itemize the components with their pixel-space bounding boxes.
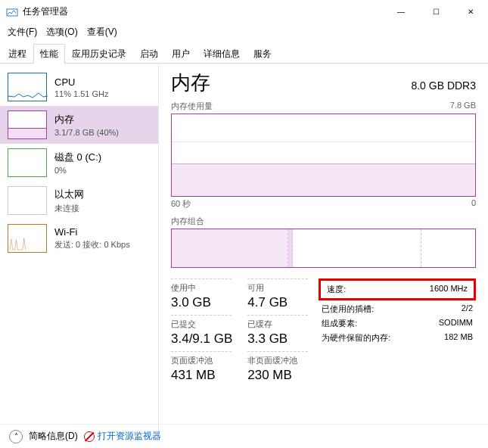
disk-title: 磁盘 0 (C:): [54, 151, 101, 164]
app-icon: [6, 5, 18, 17]
commit-val: 3.4/9.1 GB: [171, 331, 232, 347]
mem-thumb: [8, 110, 47, 139]
resmon-label: 打开资源监视器: [98, 430, 161, 443]
cpu-title: CPU: [54, 76, 109, 88]
sidebar-item-ethernet[interactable]: 以太网 未连接: [0, 182, 158, 219]
memory-usage-chart: [171, 114, 476, 197]
detail-heading: 内存: [171, 70, 210, 96]
sidebar-item-cpu[interactable]: CPU 11% 1.51 GHz: [0, 68, 158, 106]
tab-processes[interactable]: 进程: [2, 44, 33, 64]
x-left: 60 秒: [171, 198, 191, 210]
tab-services[interactable]: 服务: [247, 44, 278, 64]
disk-thumb: [8, 148, 47, 177]
form-val: SODIMM: [439, 318, 473, 329]
menu-options[interactable]: 选项(O): [43, 24, 80, 40]
slots-val: 2/2: [462, 303, 473, 315]
form-lbl: 组成要素:: [322, 318, 357, 329]
paged-lbl: 页面缓冲池: [171, 351, 232, 366]
usage-max: 7.8 GB: [450, 101, 476, 112]
eth-sub: 未连接: [54, 203, 84, 214]
tab-details[interactable]: 详细信息: [197, 44, 247, 64]
resmon-icon: [84, 431, 95, 442]
menu-file[interactable]: 文件(F): [5, 24, 40, 40]
fewer-details-chevron-icon[interactable]: ˄: [9, 430, 23, 443]
tab-performance[interactable]: 性能: [33, 44, 65, 64]
eth-title: 以太网: [54, 188, 84, 201]
detail-pane: 内存 8.0 GB DDR3 内存使用量 7.8 GB 60 秒 0 内存组合: [159, 64, 488, 436]
speed-highlight: 速度:1600 MHz: [319, 278, 476, 300]
menubar: 文件(F) 选项(O) 查看(V): [0, 23, 488, 43]
wifi-title: Wi-Fi: [54, 226, 130, 238]
open-resmon-link[interactable]: 打开资源监视器: [84, 430, 161, 443]
reserved-val: 182 MB: [444, 332, 473, 344]
sidebar-item-disk[interactable]: 磁盘 0 (C:) 0%: [0, 144, 158, 182]
sidebar-item-wifi[interactable]: Wi-Fi 发送: 0 接收: 0 Kbps: [0, 219, 158, 257]
tab-users[interactable]: 用户: [165, 44, 197, 64]
speed-val: 1600 MHz: [430, 284, 468, 295]
footer: ˄ 简略信息(D) 打开资源监视器: [0, 424, 488, 448]
avail-val: 4.7 GB: [247, 295, 308, 310]
main: CPU 11% 1.51 GHz 内存 3.1/7.8 GB (40%) 磁盘 …: [0, 64, 488, 436]
reserved-lbl: 为硬件保留的内存:: [322, 332, 390, 344]
wifi-thumb: [8, 224, 47, 253]
close-button[interactable]: ✕: [453, 0, 488, 23]
svg-rect-1: [172, 164, 475, 196]
memory-composition-chart: [171, 229, 476, 268]
cpu-thumb: [8, 73, 47, 101]
comp-label: 内存组合: [171, 216, 204, 227]
tab-app-history[interactable]: 应用历史记录: [65, 44, 133, 64]
detail-capacity: 8.0 GB DDR3: [411, 79, 476, 92]
nonpaged-val: 230 MB: [247, 368, 308, 383]
wifi-sub: 发送: 0 接收: 0 Kbps: [54, 239, 130, 250]
nonpaged-lbl: 非页面缓冲池: [247, 351, 308, 366]
disk-sub: 0%: [54, 166, 101, 175]
minimize-button[interactable]: —: [384, 0, 418, 23]
paged-val: 431 MB: [171, 368, 232, 383]
commit-lbl: 已提交: [171, 315, 232, 330]
window-title: 任务管理器: [23, 5, 68, 18]
cached-val: 3.3 GB: [247, 331, 308, 347]
tab-startup[interactable]: 启动: [133, 44, 165, 64]
menu-view[interactable]: 查看(V): [84, 24, 120, 40]
stats: 使用中3.0 GB 可用4.7 GB 已提交3.4/9.1 GB 已缓存3.3 …: [171, 278, 476, 383]
cached-lbl: 已缓存: [247, 315, 308, 330]
usage-label: 内存使用量: [171, 101, 213, 112]
x-right: 0: [471, 198, 476, 210]
eth-thumb: [8, 186, 47, 215]
speed-lbl: 速度:: [327, 284, 346, 295]
in-use-val: 3.0 GB: [171, 295, 232, 310]
slots-lbl: 已使用的插槽:: [322, 303, 374, 315]
mem-sub: 3.1/7.8 GB (40%): [54, 128, 119, 137]
mem-title: 内存: [54, 113, 119, 126]
maximize-button[interactable]: ☐: [418, 0, 453, 23]
tab-strip: 进程 性能 应用历史记录 启动 用户 详细信息 服务: [0, 43, 488, 64]
titlebar: 任务管理器 — ☐ ✕: [0, 0, 488, 23]
fewer-details-label[interactable]: 简略信息(D): [29, 430, 78, 443]
cpu-sub: 11% 1.51 GHz: [54, 89, 109, 98]
avail-lbl: 可用: [247, 278, 308, 294]
sidebar: CPU 11% 1.51 GHz 内存 3.1/7.8 GB (40%) 磁盘 …: [0, 64, 159, 436]
in-use-lbl: 使用中: [171, 278, 232, 294]
sidebar-item-memory[interactable]: 内存 3.1/7.8 GB (40%): [0, 106, 158, 144]
